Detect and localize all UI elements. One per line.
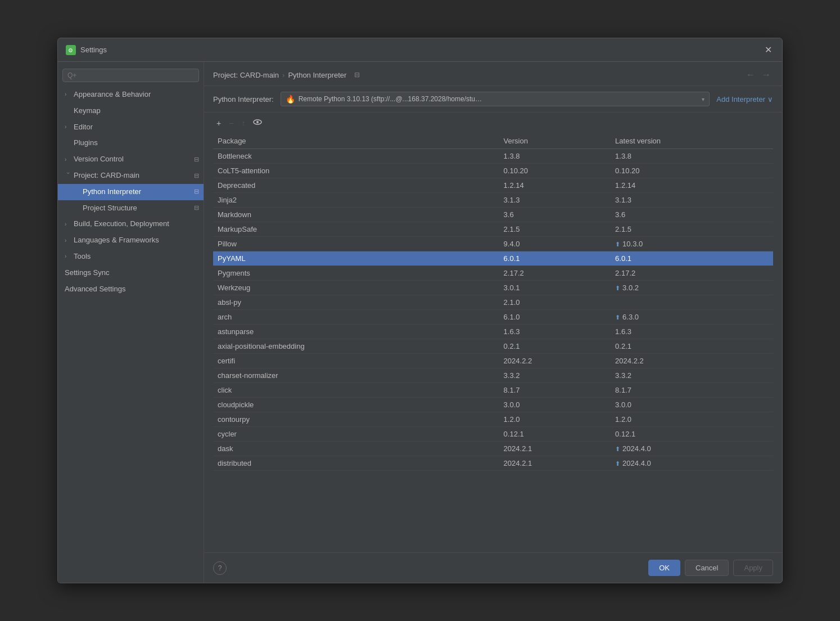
sidebar-item-settings-sync[interactable]: Settings Sync: [58, 265, 204, 281]
table-row[interactable]: dask2024.2.1⬆2024.4.0: [213, 442, 773, 456]
sidebar-item-python-interpreter[interactable]: Python Interpreter ⊟: [58, 184, 204, 200]
settings-dialog: ⚙ Settings ✕ › Appearance & Behavior Key…: [57, 38, 783, 583]
move-up-button[interactable]: ↑: [238, 117, 249, 129]
upgrade-icon: ⬆: [615, 446, 620, 452]
add-interpreter-button[interactable]: Add Interpreter ∨: [716, 95, 773, 104]
table-row[interactable]: cycler0.12.10.12.1: [213, 427, 773, 442]
show-details-button[interactable]: [250, 116, 265, 130]
sidebar-item-label: Project Structure: [83, 202, 137, 214]
package-latest: 8.1.7: [611, 383, 773, 398]
table-row[interactable]: distributed2024.2.1⬆2024.4.0: [213, 456, 773, 471]
sidebar-item-label: Settings Sync: [65, 267, 110, 279]
table-row[interactable]: Pillow9.4.0⬆10.3.0: [213, 237, 773, 251]
table-row[interactable]: Deprecated1.2.141.2.14: [213, 178, 773, 193]
sidebar-item-build-execution[interactable]: › Build, Execution, Deployment: [58, 216, 204, 232]
sidebar-item-appearance[interactable]: › Appearance & Behavior: [58, 87, 204, 103]
col-header-version: Version: [499, 133, 611, 149]
sidebar-item-project-structure[interactable]: Project Structure ⊟: [58, 200, 204, 217]
table-row[interactable]: astunparse1.6.31.6.3: [213, 325, 773, 339]
sidebar-item-keymap[interactable]: Keymap: [58, 103, 204, 119]
package-latest: 0.2.1: [611, 339, 773, 354]
add-package-button[interactable]: +: [213, 117, 224, 129]
back-button[interactable]: ←: [744, 69, 757, 81]
package-name: Markdown: [213, 208, 499, 222]
package-name: Pygments: [213, 266, 499, 281]
chevron-right-icon: ›: [65, 252, 71, 261]
dialog-title: Settings: [80, 46, 762, 54]
package-name: Deprecated: [213, 178, 499, 193]
package-latest: ⬆2024.4.0: [611, 456, 773, 471]
package-latest: 0.12.1: [611, 427, 773, 442]
close-button[interactable]: ✕: [762, 44, 774, 56]
table-row[interactable]: Jinja23.1.33.1.3: [213, 193, 773, 208]
table-row[interactable]: click8.1.78.1.7: [213, 383, 773, 398]
chevron-right-icon: ›: [65, 236, 71, 245]
svg-point-3: [256, 121, 259, 123]
package-latest: 3.3.2: [611, 368, 773, 383]
table-row[interactable]: absl-py2.1.0: [213, 295, 773, 310]
table-row[interactable]: certifi2024.2.22024.2.2: [213, 354, 773, 368]
package-version: 8.1.7: [499, 383, 611, 398]
table-row[interactable]: contourpy1.2.01.2.0: [213, 412, 773, 427]
package-latest: 1.6.3: [611, 325, 773, 339]
package-latest: 1.2.14: [611, 178, 773, 193]
breadcrumb-part1: Project: CARD-main: [213, 71, 279, 79]
sidebar-item-label: Editor: [74, 122, 93, 133]
interpreter-select[interactable]: 🔥 Remote Python 3.10.13 (sftp://...@...1…: [281, 92, 710, 106]
title-bar: ⚙ Settings ✕: [58, 38, 782, 62]
python-icon: 🔥: [286, 94, 295, 104]
upgrade-icon: ⬆: [615, 314, 620, 321]
table-row[interactable]: MarkupSafe2.1.52.1.5: [213, 222, 773, 237]
table-row[interactable]: Markdown3.63.6: [213, 208, 773, 222]
table-row[interactable]: charset-normalizer3.3.23.3.2: [213, 368, 773, 383]
breadcrumb-part2: Python Interpreter: [288, 71, 346, 79]
sidebar-item-plugins[interactable]: Plugins: [58, 135, 204, 151]
sidebar-item-label: Build, Execution, Deployment: [74, 218, 169, 230]
package-latest: 3.0.0: [611, 398, 773, 412]
sidebar-item-version-control[interactable]: › Version Control ⊟: [58, 151, 204, 168]
ok-button[interactable]: OK: [648, 560, 680, 576]
package-name: charset-normalizer: [213, 368, 499, 383]
package-name: MarkupSafe: [213, 222, 499, 237]
pin-icon: ⊟: [194, 203, 199, 213]
sidebar-item-advanced-settings[interactable]: Advanced Settings: [58, 281, 204, 298]
package-version: 0.2.1: [499, 339, 611, 354]
help-button[interactable]: ?: [213, 561, 227, 575]
package-version: 3.1.3: [499, 193, 611, 208]
package-version: 1.3.8: [499, 149, 611, 164]
package-version: 2.1.0: [499, 295, 611, 310]
table-row[interactable]: PyYAML6.0.16.0.1: [213, 251, 773, 266]
sidebar: › Appearance & Behavior Keymap › Editor …: [58, 62, 204, 583]
sidebar-item-project-card[interactable]: › Project: CARD-main ⊟: [58, 168, 204, 184]
forward-button[interactable]: →: [760, 69, 773, 81]
sidebar-item-editor[interactable]: › Editor: [58, 119, 204, 136]
table-row[interactable]: cloudpickle3.0.03.0.0: [213, 398, 773, 412]
sidebar-item-languages-frameworks[interactable]: › Languages & Frameworks: [58, 232, 204, 249]
table-row[interactable]: axial-positional-embedding0.2.10.2.1: [213, 339, 773, 354]
package-version: 3.3.2: [499, 368, 611, 383]
pin-icon: ⊟: [194, 171, 199, 181]
package-name: Pillow: [213, 237, 499, 251]
table-row[interactable]: CoLT5-attention0.10.200.10.20: [213, 164, 773, 178]
package-latest: 3.1.3: [611, 193, 773, 208]
apply-button[interactable]: Apply: [733, 560, 773, 576]
package-latest: ⬆3.0.2: [611, 281, 773, 295]
package-name: axial-positional-embedding: [213, 339, 499, 354]
table-row[interactable]: Pygments2.17.22.17.2: [213, 266, 773, 281]
col-header-latest: Latest version: [611, 133, 773, 149]
package-latest: 0.10.20: [611, 164, 773, 178]
sidebar-item-tools[interactable]: › Tools: [58, 249, 204, 265]
package-latest: 2024.2.2: [611, 354, 773, 368]
eye-icon: [253, 118, 262, 127]
package-version: 9.4.0: [499, 237, 611, 251]
package-name: Jinja2: [213, 193, 499, 208]
search-input[interactable]: [62, 69, 199, 82]
cancel-button[interactable]: Cancel: [685, 560, 729, 576]
package-version: 1.2.0: [499, 412, 611, 427]
remove-package-button[interactable]: −: [225, 117, 237, 129]
package-version: 2.17.2: [499, 266, 611, 281]
table-row[interactable]: arch6.1.0⬆6.3.0: [213, 310, 773, 325]
table-row[interactable]: Werkzeug3.0.1⬆3.0.2: [213, 281, 773, 295]
package-name: CoLT5-attention: [213, 164, 499, 178]
table-row[interactable]: Bottleneck1.3.81.3.8: [213, 149, 773, 164]
